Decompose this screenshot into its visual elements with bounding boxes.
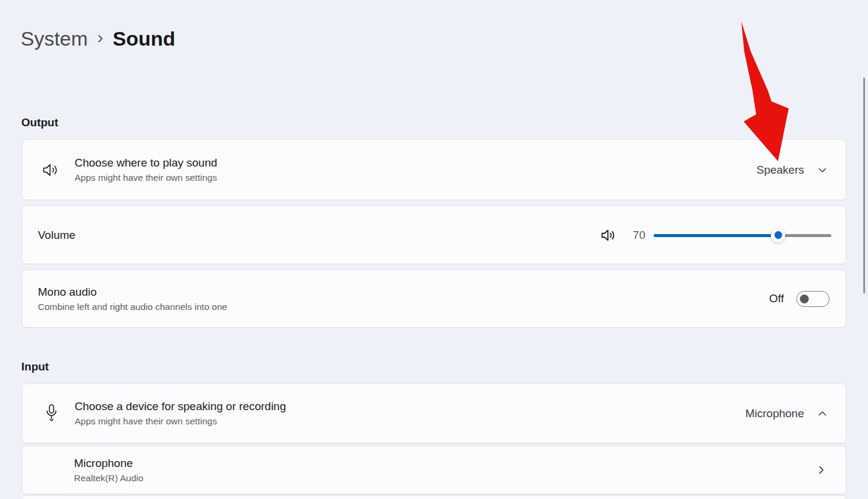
microphone-device-row[interactable]: Microphone Realtek(R) Audio [22, 446, 846, 494]
output-device-dropdown[interactable]: Speakers [757, 164, 828, 177]
output-device-subtitle: Apps might have their own settings [75, 172, 217, 184]
mono-audio-toggle-knob [800, 295, 809, 303]
output-section-header: Output [21, 116, 58, 129]
microphone-icon [41, 403, 62, 424]
chevron-up-icon [816, 408, 828, 420]
input-device-dropdown[interactable]: Microphone [745, 407, 828, 420]
page-title: Sound [112, 27, 175, 50]
output-device-title: Choose where to play sound [75, 156, 217, 170]
chevron-down-icon [816, 164, 828, 176]
mono-audio-row: Mono audio Combine left and right audio … [22, 270, 846, 328]
volume-slider-thumb-dot [774, 231, 782, 239]
microphone-device-subtitle: Realtek(R) Audio [74, 472, 143, 484]
mono-audio-subtitle: Combine left and right audio channels in… [38, 301, 227, 313]
speaker-icon [41, 161, 62, 179]
volume-row: Volume 70 [22, 206, 846, 264]
input-device-value: Microphone [745, 407, 804, 420]
volume-slider-thumb[interactable] [771, 228, 785, 242]
volume-speaker-icon[interactable] [599, 227, 620, 244]
output-device-value: Speakers [757, 164, 804, 177]
output-device-row: Choose where to play sound Apps might ha… [22, 139, 846, 200]
scrollbar-thumb[interactable] [863, 78, 865, 293]
input-device-subtitle: Apps might have their own settings [75, 415, 286, 427]
input-section-header: Input [21, 360, 49, 373]
input-device-row[interactable]: Choose a device for speaking or recordin… [22, 383, 846, 443]
breadcrumb-system-link[interactable]: System [21, 27, 88, 50]
volume-slider-fill [654, 234, 778, 237]
volume-slider[interactable] [654, 228, 831, 242]
microphone-device-title: Microphone [74, 456, 143, 471]
breadcrumb: System › Sound [21, 27, 175, 50]
volume-label: Volume [38, 228, 75, 242]
next-device-row-partial[interactable] [22, 495, 846, 499]
chevron-right-icon [815, 464, 827, 476]
volume-value: 70 [630, 229, 645, 242]
mono-audio-toggle[interactable] [796, 291, 830, 307]
mono-audio-state-label: Off [769, 292, 784, 305]
mono-audio-title: Mono audio [38, 285, 227, 299]
input-device-title: Choose a device for speaking or recordin… [75, 399, 286, 414]
breadcrumb-separator-icon: › [97, 27, 103, 47]
sound-settings-page: System › Sound Output Choose where to pl… [0, 0, 868, 499]
